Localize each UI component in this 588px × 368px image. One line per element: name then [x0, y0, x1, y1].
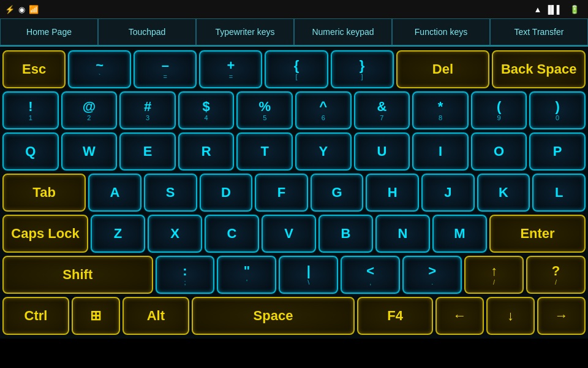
- key-main-char: +: [227, 59, 235, 72]
- key-f4[interactable]: F4: [357, 297, 433, 335]
- key-main-char: Y: [318, 145, 328, 158]
- tab-function-keys[interactable]: Function keys: [392, 18, 490, 45]
- key-m[interactable]: M: [432, 215, 487, 253]
- key-back-space[interactable]: Back Space: [492, 50, 586, 88]
- key-sub-char: ;: [184, 279, 186, 286]
- key-space[interactable]: Space: [192, 297, 355, 335]
- key-esc[interactable]: Esc: [2, 50, 66, 88]
- key-alt[interactable]: Alt: [123, 297, 189, 335]
- key-←[interactable]: ←: [435, 297, 484, 335]
- key-f[interactable]: F: [255, 174, 308, 212]
- key-main-char: Ctrl: [24, 309, 48, 323]
- key-main-char: Space: [254, 309, 293, 323]
- key-~[interactable]: ~`: [68, 50, 131, 88]
- key-tab[interactable]: Tab: [2, 174, 86, 212]
- key-@[interactable]: @2: [61, 91, 118, 129]
- key-main-char: R: [202, 145, 211, 158]
- key-?[interactable]: ?/: [526, 256, 586, 294]
- key-b[interactable]: B: [318, 215, 373, 253]
- key-*[interactable]: *8: [412, 91, 469, 129]
- key-main-char: Q: [25, 145, 36, 158]
- key-caps-lock[interactable]: Caps Lock: [2, 215, 88, 253]
- key-main-char: (: [497, 100, 501, 113]
- key-ctrl[interactable]: Ctrl: [2, 297, 69, 335]
- key-main-char: ⊞: [90, 309, 101, 323]
- key-→[interactable]: →: [537, 297, 586, 335]
- key-g[interactable]: G: [311, 174, 364, 212]
- key-↓[interactable]: ↓: [486, 297, 535, 335]
- key-k[interactable]: K: [477, 174, 530, 212]
- key-main-char: |: [307, 264, 311, 278]
- key-shift[interactable]: Shift: [2, 256, 153, 294]
- key-y[interactable]: Y: [295, 132, 352, 171]
- key-main-char: M: [454, 227, 465, 240]
- key-–[interactable]: –=: [134, 50, 197, 88]
- key-j[interactable]: J: [421, 174, 475, 212]
- tab-numeric-keypad[interactable]: Numeric keypad: [294, 18, 392, 45]
- key->[interactable]: >.: [402, 256, 462, 294]
- key-|[interactable]: |\: [279, 256, 338, 294]
- key-del[interactable]: Del: [396, 50, 490, 88]
- key-main-char: ): [556, 100, 560, 113]
- key-s[interactable]: S: [144, 174, 197, 212]
- key-n[interactable]: N: [375, 215, 430, 253]
- key-sub-char: /: [493, 279, 495, 286]
- key-<[interactable]: <,: [341, 256, 400, 294]
- key-)[interactable]: )0: [529, 91, 586, 129]
- key-![interactable]: !1: [2, 91, 59, 129]
- key-o[interactable]: O: [471, 132, 527, 171]
- key-a[interactable]: A: [88, 174, 141, 212]
- key-enter[interactable]: Enter: [489, 215, 586, 253]
- key-sub-char: 5: [263, 115, 266, 121]
- key-{[interactable]: {[: [265, 50, 328, 88]
- key-main-char: !: [28, 100, 32, 113]
- battery-icon: 🔋: [570, 5, 579, 14]
- key-}[interactable]: }]: [331, 50, 394, 88]
- key-i[interactable]: I: [412, 132, 469, 171]
- key-q[interactable]: Q: [2, 132, 59, 171]
- key-main-char: $: [202, 100, 209, 113]
- tab-home-page[interactable]: Home Page: [0, 18, 98, 45]
- wifi-icon: ▲: [533, 5, 541, 14]
- key-h[interactable]: H: [366, 174, 419, 212]
- key-l[interactable]: L: [532, 174, 586, 212]
- key-d[interactable]: D: [200, 174, 253, 212]
- key-&[interactable]: &7: [354, 91, 410, 129]
- key-t[interactable]: T: [236, 132, 293, 171]
- key-p[interactable]: P: [529, 132, 586, 171]
- key-x[interactable]: X: [148, 215, 202, 253]
- key-#[interactable]: #3: [119, 91, 176, 129]
- tab-touchpad[interactable]: Touchpad: [98, 18, 196, 45]
- key-:[interactable]: :;: [156, 256, 215, 294]
- key-main-char: *: [438, 100, 443, 113]
- key-"[interactable]: "': [217, 256, 276, 294]
- key-r[interactable]: R: [178, 132, 235, 171]
- tab-bar: Home PageTouchpadTypewriter keysNumeric …: [0, 18, 588, 47]
- usb-icon: ⚡: [5, 5, 15, 14]
- key-sub-char: .: [431, 279, 433, 286]
- key-↑[interactable]: ↑/: [464, 256, 524, 294]
- key-u[interactable]: U: [354, 132, 410, 171]
- key-⊞[interactable]: ⊞: [72, 297, 120, 335]
- key-sub-char: 2: [87, 115, 91, 121]
- tab-text-transfer[interactable]: Text Transfer: [490, 18, 588, 45]
- key-main-char: E: [143, 145, 153, 158]
- key-^[interactable]: ^6: [295, 91, 352, 129]
- key-z[interactable]: Z: [91, 215, 145, 253]
- key-main-char: ↓: [507, 309, 514, 323]
- key-main-char: Z: [114, 227, 122, 240]
- key-+[interactable]: +=: [199, 50, 262, 88]
- key-v[interactable]: V: [262, 215, 316, 253]
- key-c[interactable]: C: [205, 215, 259, 253]
- key-e[interactable]: E: [119, 132, 176, 171]
- tab-typewriter-keys[interactable]: Typewriter keys: [196, 18, 294, 45]
- key-main-char: U: [377, 145, 386, 158]
- key-([interactable]: (9: [471, 91, 527, 129]
- key-$[interactable]: $4: [178, 91, 235, 129]
- key-%[interactable]: %5: [236, 91, 293, 129]
- key-sub-char: ,: [369, 279, 371, 286]
- status-bar: ⚡ ◉ 📶 ▲ ▐▌▌ 🔋: [0, 0, 588, 18]
- key-w[interactable]: W: [61, 132, 118, 171]
- key-main-char: ~: [96, 59, 104, 72]
- key-main-char: →: [555, 309, 568, 323]
